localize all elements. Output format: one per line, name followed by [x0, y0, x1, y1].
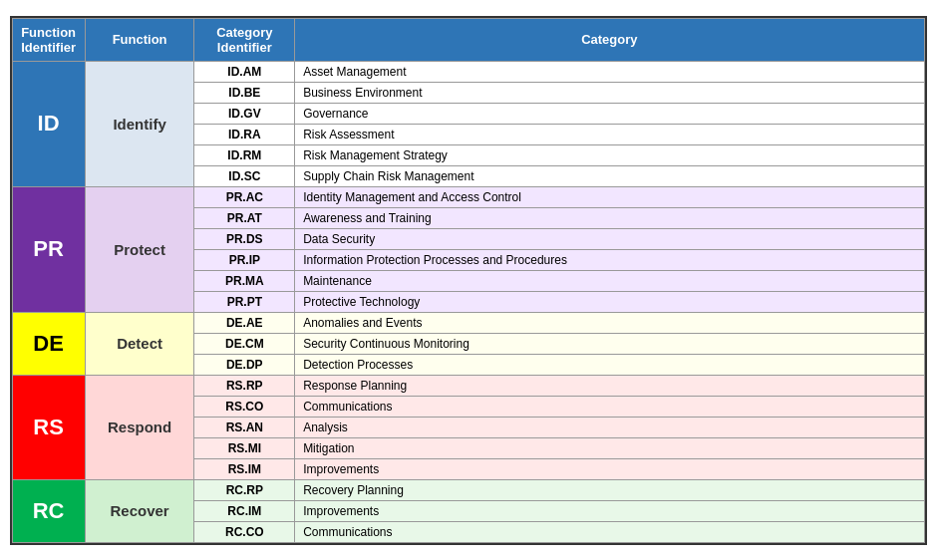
func-id-detect: DE [12, 312, 85, 375]
table-row: IDIdentifyID.AMAsset Management [12, 61, 924, 82]
category-name-cell: Governance [295, 103, 924, 124]
category-name-cell: Asset Management [295, 61, 924, 82]
category-id-cell: RS.RP [194, 375, 295, 396]
table-row: DEDetectDE.AEAnomalies and Events [12, 312, 924, 333]
category-id-cell: RS.IM [194, 458, 295, 479]
header-function: Function [85, 18, 194, 61]
category-id-cell: RC.CO [194, 521, 295, 542]
category-name-cell: Business Environment [295, 82, 924, 103]
category-name-cell: Detection Processes [295, 354, 924, 375]
category-name-cell: Mitigation [295, 437, 924, 458]
category-id-cell: RS.AN [194, 417, 295, 437]
func-id-respond: RS [12, 375, 85, 479]
category-id-cell: PR.MA [194, 270, 295, 291]
category-id-cell: ID.SC [194, 165, 295, 186]
category-name-cell: Anomalies and Events [295, 312, 924, 333]
category-name-cell: Communications [295, 521, 924, 542]
func-name-recover: Recover [85, 479, 194, 542]
category-id-cell: PR.AC [194, 186, 295, 207]
category-id-cell: RS.CO [194, 396, 295, 417]
category-name-cell: Awareness and Training [295, 207, 924, 228]
category-name-cell: Maintenance [295, 270, 924, 291]
table-row: PRProtectPR.ACIdentity Management and Ac… [12, 186, 924, 207]
category-name-cell: Analysis [295, 417, 924, 437]
category-name-cell: Security Continuous Monitoring [295, 333, 924, 354]
category-name-cell: Improvements [295, 458, 924, 479]
category-id-cell: PR.DS [194, 228, 295, 249]
func-name-identify: Identify [85, 61, 194, 186]
category-id-cell: ID.GV [194, 103, 295, 124]
framework-table: FunctionIdentifier Function CategoryIden… [10, 16, 927, 545]
table-row: RSRespondRS.RPResponse Planning [12, 375, 924, 396]
header-category-identifier: CategoryIdentifier [194, 18, 295, 61]
category-name-cell: Identity Management and Access Control [295, 186, 924, 207]
category-name-cell: Protective Technology [295, 291, 924, 312]
func-id-protect: PR [12, 186, 85, 312]
category-id-cell: RC.IM [194, 500, 295, 521]
category-id-cell: PR.AT [194, 207, 295, 228]
table-row: RCRecoverRC.RPRecovery Planning [12, 479, 924, 500]
category-name-cell: Risk Management Strategy [295, 144, 924, 165]
func-name-detect: Detect [85, 312, 194, 375]
func-id-identify: ID [12, 61, 85, 186]
category-name-cell: Recovery Planning [295, 479, 924, 500]
category-name-cell: Supply Chain Risk Management [295, 165, 924, 186]
category-name-cell: Improvements [295, 500, 924, 521]
category-id-cell: PR.PT [194, 291, 295, 312]
header-category: Category [295, 18, 924, 61]
category-name-cell: Communications [295, 396, 924, 417]
category-id-cell: DE.CM [194, 333, 295, 354]
category-name-cell: Risk Assessment [295, 124, 924, 144]
category-id-cell: RS.MI [194, 437, 295, 458]
category-id-cell: ID.RA [194, 124, 295, 144]
category-id-cell: PR.IP [194, 249, 295, 270]
category-name-cell: Data Security [295, 228, 924, 249]
category-name-cell: Response Planning [295, 375, 924, 396]
header-function-identifier: FunctionIdentifier [12, 18, 85, 61]
func-id-recover: RC [12, 479, 85, 542]
func-name-respond: Respond [85, 375, 194, 479]
category-id-cell: DE.DP [194, 354, 295, 375]
category-id-cell: DE.AE [194, 312, 295, 333]
category-id-cell: ID.RM [194, 144, 295, 165]
func-name-protect: Protect [85, 186, 194, 312]
category-id-cell: ID.BE [194, 82, 295, 103]
category-name-cell: Information Protection Processes and Pro… [295, 249, 924, 270]
category-id-cell: RC.RP [194, 479, 295, 500]
category-id-cell: ID.AM [194, 61, 295, 82]
